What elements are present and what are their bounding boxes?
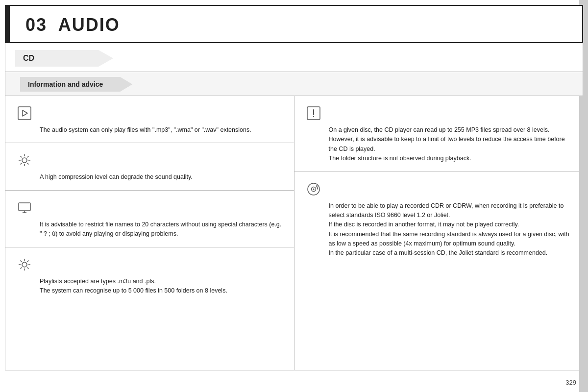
svg-line-10 (21, 163, 22, 165)
chapter-number: 03 (25, 15, 47, 35)
svg-line-20 (27, 267, 29, 269)
svg-point-14 (22, 262, 27, 267)
svg-point-28 (313, 188, 314, 190)
svg-line-9 (27, 156, 29, 158)
svg-line-21 (27, 260, 29, 262)
subsection-title: Information and advice (20, 77, 132, 92)
play-icon (15, 104, 34, 122)
exclamation-icon (304, 104, 323, 122)
info-text-filenames: It is advisable to restrict file names t… (40, 220, 281, 237)
subsection-header: Information and advice (5, 72, 583, 96)
display-icon (15, 198, 34, 217)
svg-line-8 (27, 163, 29, 165)
svg-line-19 (21, 260, 22, 262)
info-text-cdr: In order to be able to play a recorded C… (329, 201, 569, 257)
info-text-play: The audio system can only play files wit… (40, 125, 251, 133)
section-title: CD (15, 50, 113, 67)
left-column: The audio system can only play files wit… (5, 96, 294, 370)
info-text-compression: A high compression level can degrade the… (40, 172, 193, 180)
page-number: 329 (565, 379, 576, 386)
info-box-compression: A high compression level can degrade the… (5, 143, 294, 190)
info-box-cdr: In order to be able to play a recorded C… (294, 172, 583, 266)
info-text-255files: On a given disc, the CD player can read … (329, 125, 565, 162)
cd-icon (304, 180, 323, 198)
info-box-filenames: It is advisable to restrict file names t… (5, 191, 294, 247)
sun-icon-compression (15, 151, 34, 170)
svg-point-2 (22, 158, 27, 163)
info-box-playlists: Playlists accepted are types .m3u and .p… (5, 247, 294, 304)
content-area: The audio system can only play files wit… (5, 96, 583, 370)
info-text-playlists: Playlists accepted are types .m3u and .p… (40, 277, 227, 294)
section-header: CD (5, 43, 583, 72)
svg-rect-0 (18, 107, 31, 120)
sun-icon-playlists (15, 255, 34, 274)
chapter-name: AUDIO (58, 15, 120, 35)
info-box-255files: On a given disc, the CD player can read … (294, 96, 583, 172)
info-box-play: The audio system can only play files wit… (5, 96, 294, 143)
chapter-title: 03 AUDIO (21, 15, 120, 35)
svg-rect-11 (19, 203, 30, 211)
svg-line-7 (21, 156, 22, 158)
chapter-header: 03 AUDIO (5, 5, 583, 43)
right-column: On a given disc, the CD player can read … (294, 96, 583, 370)
svg-marker-1 (23, 110, 27, 116)
svg-point-25 (313, 116, 314, 117)
svg-line-22 (21, 267, 22, 269)
